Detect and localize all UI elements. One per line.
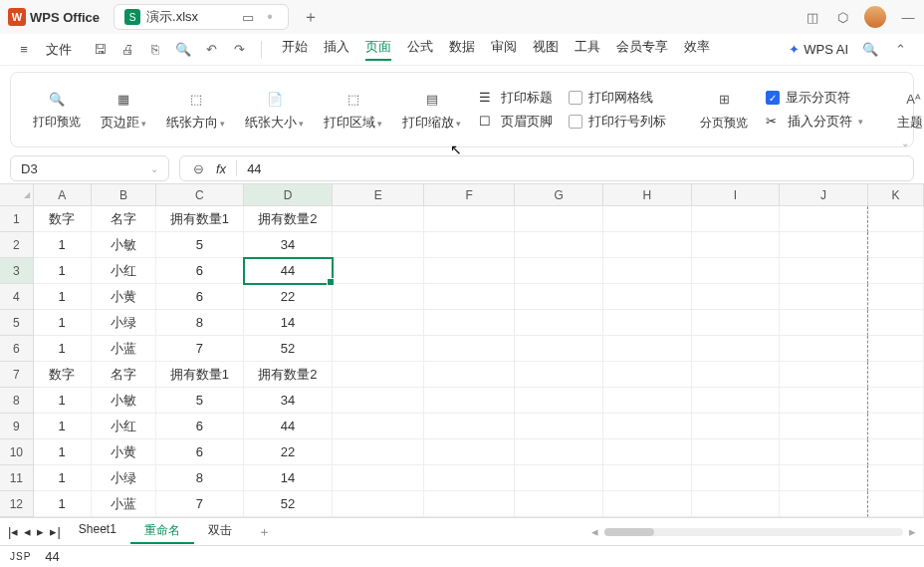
cell[interactable]: 小蓝 xyxy=(92,336,156,362)
insert-break-button[interactable]: ✂插入分页符▾ xyxy=(766,113,863,131)
cell[interactable] xyxy=(780,388,868,414)
select-all-corner[interactable] xyxy=(0,184,34,206)
cell[interactable] xyxy=(424,439,515,465)
cell[interactable] xyxy=(780,465,868,491)
row-header[interactable]: 4 xyxy=(0,284,34,310)
file-menu[interactable]: 文件 xyxy=(46,41,72,59)
cell[interactable] xyxy=(868,232,924,258)
cell[interactable] xyxy=(868,439,924,465)
cell[interactable] xyxy=(692,258,781,284)
cell[interactable]: 拥有数量2 xyxy=(244,206,334,232)
cell[interactable]: 小绿 xyxy=(92,310,156,336)
cell[interactable] xyxy=(868,362,924,388)
cell[interactable] xyxy=(333,388,423,414)
cell[interactable]: 52 xyxy=(244,491,334,517)
cell[interactable]: 14 xyxy=(244,310,334,336)
cell[interactable]: 1 xyxy=(34,465,92,491)
cell[interactable]: 小黄 xyxy=(92,439,156,465)
cell[interactable] xyxy=(424,414,515,439)
row-header[interactable]: 8 xyxy=(0,388,34,414)
horizontal-scrollbar[interactable] xyxy=(604,528,903,536)
cell[interactable] xyxy=(333,232,423,258)
cell[interactable] xyxy=(780,439,868,465)
sheet-tab[interactable]: 重命名 xyxy=(130,519,194,544)
column-header[interactable]: G xyxy=(515,184,603,206)
cell[interactable]: 34 xyxy=(244,388,334,414)
cell[interactable] xyxy=(603,465,692,491)
cell[interactable]: 6 xyxy=(156,284,244,310)
header-footer-button[interactable]: ☐页眉页脚 xyxy=(479,113,553,131)
cell[interactable] xyxy=(868,465,924,491)
chevron-up-icon[interactable]: ⌃ xyxy=(892,42,908,58)
row-header[interactable]: 7 xyxy=(0,362,34,388)
cell[interactable] xyxy=(603,206,692,232)
print-preview-button[interactable]: 🔍打印预览 xyxy=(23,86,91,133)
column-header[interactable]: A xyxy=(34,184,92,206)
window-copy-icon[interactable]: ◫ xyxy=(805,9,820,25)
cell[interactable] xyxy=(515,388,603,414)
cell[interactable]: 6 xyxy=(156,439,244,465)
cell[interactable]: 5 xyxy=(156,388,244,414)
cell[interactable] xyxy=(692,362,781,388)
cell[interactable]: 5 xyxy=(156,232,244,258)
save-icon[interactable]: 🖫 xyxy=(92,42,108,58)
fx-icon[interactable]: fx xyxy=(216,161,226,176)
cell[interactable] xyxy=(333,284,423,310)
cell[interactable]: 44 xyxy=(244,414,334,439)
cell[interactable] xyxy=(515,362,603,388)
print-gridlines-checkbox[interactable]: 打印网格线 xyxy=(569,89,666,107)
tab-插入[interactable]: 插入 xyxy=(324,38,349,61)
export-icon[interactable]: 🖨 xyxy=(119,42,135,58)
cell[interactable] xyxy=(333,491,423,517)
cell[interactable]: 名字 xyxy=(92,206,156,232)
orientation-button[interactable]: ⬚纸张方向▾ xyxy=(156,86,235,134)
cell[interactable] xyxy=(424,388,515,414)
avatar[interactable] xyxy=(864,6,886,28)
sheet-tab[interactable]: Sheet1 xyxy=(65,519,130,544)
cell[interactable] xyxy=(603,388,692,414)
column-header[interactable]: K xyxy=(868,184,924,206)
cell[interactable] xyxy=(515,491,603,517)
cell[interactable] xyxy=(603,310,692,336)
redo-icon[interactable]: ↷ xyxy=(231,42,247,58)
cell[interactable]: 小敏 xyxy=(92,388,156,414)
cell[interactable] xyxy=(603,491,692,517)
cell[interactable] xyxy=(333,258,423,284)
add-sheet-button[interactable]: ＋ xyxy=(250,523,279,541)
cell[interactable] xyxy=(868,284,924,310)
column-header[interactable]: F xyxy=(424,184,515,206)
cell[interactable]: 小红 xyxy=(92,414,156,439)
search-icon[interactable]: 🔍 xyxy=(862,42,878,58)
scale-button[interactable]: ▤打印缩放▾ xyxy=(392,86,471,134)
row-header[interactable]: 12 xyxy=(0,491,34,517)
cell[interactable]: 小绿 xyxy=(92,465,156,491)
column-header[interactable]: J xyxy=(780,184,868,206)
cell[interactable]: 小红 xyxy=(92,258,156,284)
cell[interactable]: 7 xyxy=(156,491,244,517)
cell[interactable]: 8 xyxy=(156,310,244,336)
sheet-tab[interactable]: 双击 xyxy=(194,519,246,544)
sheet-nav[interactable]: |◂◂▸▸| xyxy=(8,524,61,539)
cell[interactable] xyxy=(780,258,868,284)
cell[interactable] xyxy=(424,465,515,491)
cell[interactable] xyxy=(868,491,924,517)
cell[interactable]: 52 xyxy=(244,336,334,362)
document-tab[interactable]: S 演示.xlsx ▭ • xyxy=(114,4,289,30)
column-header[interactable]: D xyxy=(244,184,334,206)
cell[interactable]: 22 xyxy=(244,439,334,465)
cell[interactable]: 拥有数量1 xyxy=(156,362,244,388)
cell[interactable] xyxy=(780,232,868,258)
cell[interactable] xyxy=(333,414,423,439)
spreadsheet-grid[interactable]: ABCDEFGHIJK 1数字名字拥有数量1拥有数量221小敏53431小红64… xyxy=(0,183,924,517)
cell[interactable] xyxy=(603,232,692,258)
cell[interactable] xyxy=(424,491,515,517)
tab-工具[interactable]: 工具 xyxy=(575,38,600,61)
cell[interactable] xyxy=(515,310,603,336)
print-titles-button[interactable]: ☰打印标题 xyxy=(479,89,553,107)
cell[interactable]: 1 xyxy=(34,414,92,439)
cell[interactable] xyxy=(780,414,868,439)
wps-ai-button[interactable]: ✦ WPS AI xyxy=(789,42,848,57)
cell[interactable] xyxy=(424,310,515,336)
cell[interactable] xyxy=(868,206,924,232)
tab-页面[interactable]: 页面 xyxy=(365,38,391,61)
